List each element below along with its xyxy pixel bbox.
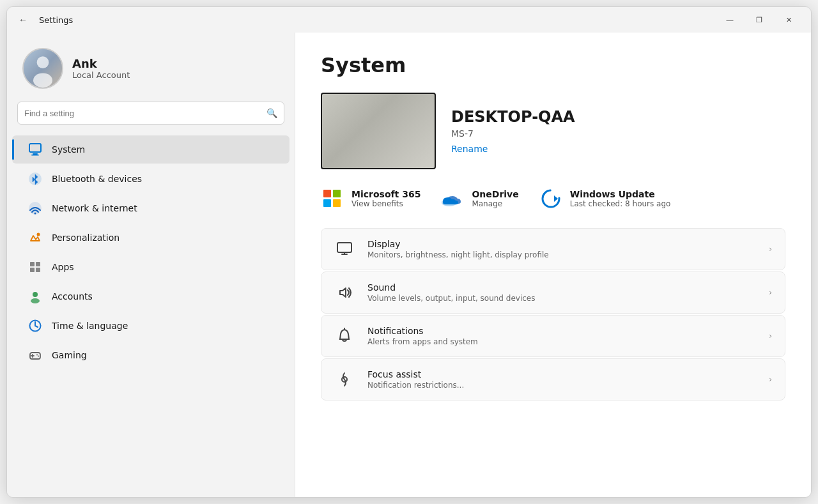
winupdate-title: Windows Update — [570, 189, 671, 199]
gaming-icon — [27, 347, 43, 363]
apps-icon — [27, 259, 43, 275]
svg-point-2 — [33, 73, 52, 88]
quick-links: Microsoft 365 View benefits OneDr — [321, 187, 785, 210]
notifications-chevron: › — [769, 332, 772, 340]
svg-point-8 — [35, 213, 36, 215]
microsoft365-title: Microsoft 365 — [351, 189, 421, 199]
quick-link-microsoft365[interactable]: Microsoft 365 View benefits — [321, 187, 421, 210]
sound-desc: Volume levels, output, input, sound devi… — [367, 294, 756, 303]
svg-point-23 — [38, 356, 39, 357]
svg-rect-4 — [33, 153, 38, 155]
sidebar-item-personalization[interactable]: Personalization — [12, 224, 289, 252]
focus-desc: Notification restrictions... — [367, 381, 756, 390]
svg-point-9 — [37, 233, 40, 236]
sidebar-item-time[interactable]: Time & language — [12, 312, 289, 340]
system-icon — [27, 142, 43, 157]
user-info: Ank Local Account — [72, 57, 130, 80]
winupdate-icon — [539, 187, 562, 210]
onedrive-subtitle: Manage — [472, 199, 518, 208]
pc-thumbnail — [321, 93, 436, 169]
sidebar-item-accounts[interactable]: Accounts — [12, 282, 289, 310]
svg-rect-5 — [31, 155, 39, 156]
winupdate-subtitle: Last checked: 8 hours ago — [570, 199, 671, 208]
titlebar-left: ← Settings — [15, 12, 73, 27]
page-title: System — [321, 53, 785, 77]
sound-title: Sound — [367, 282, 756, 293]
settings-window: ← Settings — ❐ ✕ — [6, 6, 812, 498]
pc-name: DESKTOP-QAA — [451, 108, 575, 126]
minimize-button[interactable]: — — [715, 10, 745, 30]
sidebar-item-apps[interactable]: Apps — [12, 253, 289, 281]
svg-point-14 — [33, 292, 38, 297]
sidebar-item-gaming-label: Gaming — [52, 350, 87, 360]
back-button[interactable]: ← — [15, 12, 31, 27]
main-content: System DESKTOP-QAA MS-7 Rename — [295, 33, 811, 497]
quick-link-winupdate[interactable]: Windows Update Last checked: 8 hours ago — [539, 187, 671, 210]
quick-link-onedrive[interactable]: OneDrive Manage — [441, 187, 518, 210]
window-controls: — ❐ ✕ — [715, 10, 803, 30]
titlebar: ← Settings — ❐ ✕ — [7, 7, 811, 33]
search-input[interactable] — [24, 109, 266, 118]
settings-item-notifications[interactable]: Notifications Alerts from apps and syste… — [321, 315, 785, 357]
accounts-icon — [27, 289, 43, 304]
svg-point-22 — [36, 355, 38, 356]
search-icon: 🔍 — [266, 108, 277, 118]
display-desc: Monitors, brightness, night light, displ… — [367, 250, 756, 259]
pc-info: DESKTOP-QAA MS-7 Rename — [451, 108, 575, 155]
sidebar-item-system-label: System — [52, 144, 85, 155]
user-profile[interactable]: Ank Local Account — [7, 43, 295, 102]
svg-point-15 — [31, 298, 40, 303]
sidebar-item-accounts-label: Accounts — [52, 291, 93, 302]
settings-item-sound[interactable]: Sound Volume levels, output, input, soun… — [321, 271, 785, 314]
svg-rect-10 — [30, 262, 35, 266]
time-icon — [27, 318, 43, 333]
sidebar-item-gaming[interactable]: Gaming — [12, 341, 289, 369]
svg-rect-11 — [36, 262, 40, 266]
svg-rect-3 — [29, 144, 41, 152]
settings-item-focus[interactable]: Focus assist Notification restrictions..… — [321, 358, 785, 401]
pc-model: MS-7 — [451, 128, 575, 139]
onedrive-icon — [441, 187, 464, 210]
display-title: Display — [367, 239, 756, 249]
sidebar-item-bluetooth-label: Bluetooth & devices — [52, 174, 142, 184]
sidebar-item-network[interactable]: Network & internet — [12, 194, 289, 222]
user-subtitle: Local Account — [72, 70, 130, 80]
pc-hero-card: DESKTOP-QAA MS-7 Rename — [321, 93, 785, 169]
display-chevron: › — [769, 245, 772, 254]
search-bar: 🔍 — [17, 102, 284, 125]
notifications-title: Notifications — [367, 326, 756, 336]
svg-point-1 — [37, 56, 49, 68]
svg-rect-12 — [30, 268, 35, 272]
close-button[interactable]: ✕ — [774, 10, 803, 30]
sound-chevron: › — [769, 288, 772, 297]
focus-chevron: › — [769, 375, 772, 384]
sidebar-item-system[interactable]: System — [12, 135, 289, 164]
focus-icon — [334, 369, 355, 390]
content-area: Ank Local Account 🔍 System — [7, 33, 811, 497]
focus-title: Focus assist — [367, 369, 756, 379]
sidebar-item-bluetooth[interactable]: Bluetooth & devices — [12, 165, 289, 193]
maximize-button[interactable]: ❐ — [745, 10, 774, 30]
pc-rename-link[interactable]: Rename — [451, 144, 488, 154]
onedrive-title: OneDrive — [472, 189, 518, 199]
user-name: Ank — [72, 57, 130, 70]
window-title: Settings — [39, 15, 73, 25]
sidebar-item-personalization-label: Personalization — [52, 233, 120, 243]
svg-marker-26 — [554, 195, 558, 202]
microsoft365-subtitle: View benefits — [351, 199, 421, 208]
svg-rect-13 — [36, 268, 40, 272]
sound-icon — [334, 282, 355, 303]
notifications-desc: Alerts from apps and system — [367, 337, 756, 346]
sidebar: Ank Local Account 🔍 System — [7, 33, 295, 497]
sidebar-item-network-label: Network & internet — [52, 203, 137, 213]
bluetooth-icon — [27, 171, 43, 187]
personalization-icon — [27, 230, 43, 245]
settings-item-display[interactable]: Display Monitors, brightness, night ligh… — [321, 228, 785, 270]
network-icon — [27, 201, 43, 216]
microsoft365-icon — [321, 187, 344, 210]
svg-line-18 — [35, 326, 38, 327]
settings-list: Display Monitors, brightness, night ligh… — [321, 228, 785, 401]
sidebar-item-time-label: Time & language — [52, 321, 128, 331]
display-icon — [334, 239, 355, 259]
svg-rect-27 — [337, 243, 351, 252]
